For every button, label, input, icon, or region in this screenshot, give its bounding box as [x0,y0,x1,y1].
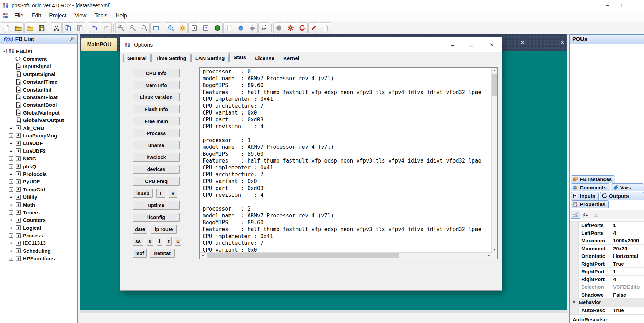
tree-item[interactable]: + Air_CND [2,124,77,132]
tree-item[interactable]: + Process [2,231,77,239]
toolbar-button[interactable] [139,22,150,33]
property-value[interactable]: True [611,261,644,267]
dock-tab[interactable]: Outputs [600,192,644,200]
tree-expander[interactable]: + [9,233,13,238]
stats-command-button[interactable]: hwclock [133,153,180,162]
property-row[interactable]: RightPort 4 [570,276,644,284]
dialog-maximize-button[interactable]: □ [464,37,480,52]
tree-expander[interactable]: + [9,249,13,253]
tree-item[interactable]: + LuaUDF [2,140,77,147]
stats-command-button[interactable]: ss [133,237,143,246]
tree-item[interactable]: + Utility [2,193,77,201]
dialog-tab[interactable]: General [123,54,151,62]
property-row[interactable]: AutoResc True [570,307,644,314]
tree-expander[interactable]: + [9,126,13,130]
toolbar-button[interactable] [308,22,319,33]
tree-item[interactable]: ConstantInt [2,86,77,93]
stats-command-button[interactable]: u [175,237,181,246]
toolbar-button[interactable] [24,22,35,33]
dialog-tab[interactable]: Kernel [279,54,303,62]
toolbar-button[interactable] [188,22,199,33]
tree-item[interactable]: OutputSignal [2,70,77,78]
tree-item[interactable]: Comment [2,55,77,62]
dialog-tab[interactable]: LAN Setting [191,54,229,62]
toolbar-button[interactable] [297,22,308,33]
property-row[interactable]: LeftPorts 4 [570,229,644,237]
stats-command-button[interactable]: V [169,189,177,198]
tree-expander[interactable]: - [2,49,7,53]
stats-command-button[interactable]: Process [133,129,180,137]
tree-expander[interactable]: + [9,187,13,192]
tree-item[interactable]: + TempCtrl [2,186,77,193]
toolbar-button[interactable] [273,22,284,33]
stats-command-button[interactable]: t [166,237,172,246]
property-value[interactable]: 1000x2000 [611,238,644,243]
toolbar-button[interactable] [320,22,331,33]
toolbar-button[interactable] [1,22,12,33]
tree-expander[interactable]: + [9,256,13,261]
toolbar-button[interactable] [150,22,161,33]
toolbar-button[interactable] [212,22,223,33]
property-value[interactable]: VSFBEdito [611,284,644,290]
toolbar-button[interactable] [285,22,296,33]
menu-item[interactable]: Edit [27,11,45,20]
property-value[interactable]: Horizontal [611,253,644,259]
tree-item[interactable]: + Scheduling [2,247,77,254]
vertical-scroll-thumb[interactable] [492,74,497,96]
window-minimize-button[interactable]: – [601,0,614,10]
toolbar-button[interactable] [258,22,269,33]
pane-close-icon[interactable]: ✕ [558,39,566,46]
toolbar-button[interactable] [115,22,126,33]
tree-expander[interactable]: + [9,241,13,245]
tree-item[interactable]: GlobalVarInput [2,109,77,116]
property-row[interactable]: LeftPorts 1 [570,222,644,229]
stats-command-button[interactable]: netstat [150,249,175,258]
tree-item[interactable]: + Protocols [2,170,77,178]
dialog-close-button[interactable]: ✕ [484,37,499,52]
tree-expander[interactable]: + [9,133,13,138]
toolbar-button[interactable] [13,22,24,33]
scroll-left-icon[interactable]: ◄ [200,253,206,259]
tree-expander[interactable]: + [9,179,13,184]
stats-command-button[interactable]: uptime [133,201,180,210]
scroll-up-icon[interactable]: ▲ [492,68,497,73]
tree-expander[interactable]: + [9,226,13,230]
property-row[interactable]: Selection VSFBEdito [570,283,644,291]
stats-command-button[interactable]: lsusb [133,189,153,198]
dock-tab[interactable]: Properties [571,200,609,208]
property-row[interactable]: RightPort 1 [570,268,644,276]
tree-expander[interactable]: + [9,164,13,169]
dialog-tab[interactable]: Time Setting [151,54,191,62]
property-value[interactable]: True [611,307,644,313]
tree-item[interactable]: + Logical [2,224,77,231]
stats-command-button[interactable]: lsof [133,249,147,258]
tree-root[interactable]: - FBList [2,47,77,55]
property-value[interactable]: 4 [611,276,644,282]
tree-item[interactable]: InputSignal [2,63,77,70]
tree-expander[interactable]: + [9,172,13,176]
stats-command-button[interactable]: l [157,237,162,246]
toolbar-button[interactable] [51,22,62,33]
horizontal-scrollbar[interactable]: ◄ ► [200,252,492,259]
toolbar-button[interactable] [235,22,246,33]
menu-item[interactable]: Help [112,11,131,20]
document-close-icon[interactable]: ✕ [518,39,527,46]
property-value[interactable]: 20x20 [611,246,644,251]
property-value[interactable]: False [611,292,644,298]
menu-item[interactable]: Tools [91,11,112,20]
stats-command-button[interactable]: CPU Freq [133,177,180,186]
menu-item[interactable]: View [70,11,90,20]
toolbar-button[interactable] [223,22,234,33]
toolbar-button[interactable] [62,22,73,33]
document-tab-mainpou[interactable]: MainPOU [81,38,117,51]
tree-item[interactable]: + IEC11313 [2,239,77,247]
toolbar-button[interactable] [165,22,176,33]
dialog-tab[interactable]: Stats [229,52,250,62]
stats-command-button[interactable]: T [156,189,165,198]
stats-command-button[interactable]: date [133,225,147,234]
property-row[interactable]: Orientatic Horizontal [570,252,644,260]
mdi-child-minimize-button[interactable]: – [630,12,638,19]
property-row[interactable]: Maximum 1000x2000 [570,237,644,245]
tree-item[interactable]: ConstantTime [2,78,77,86]
tree-item[interactable]: ConstantFloat [2,93,77,101]
